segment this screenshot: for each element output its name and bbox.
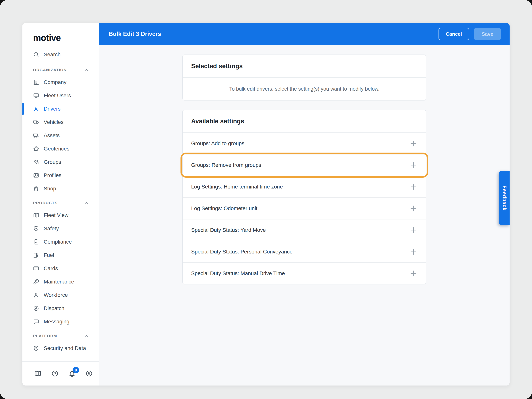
add-setting-button[interactable] (409, 226, 418, 234)
add-setting-button[interactable] (409, 204, 418, 213)
setting-row-yard-move: Special Duty Status: Yard Move (183, 219, 426, 241)
clipboard-check-icon (33, 239, 39, 245)
setting-row-groups-add: Groups: Add to groups (183, 133, 426, 154)
cancel-button[interactable]: Cancel (438, 28, 469, 40)
sidebar-item-workforce[interactable]: Workforce (22, 288, 99, 302)
sidebar-item-safety[interactable]: Safety (22, 222, 99, 235)
sidebar-item-label: Vehicles (44, 119, 63, 125)
setting-label: Special Duty Status: Manual Drive Time (191, 270, 285, 276)
sidebar-item-shop[interactable]: Shop (22, 182, 99, 195)
sidebar-item-label: Shop (44, 186, 56, 192)
page-title: Bulk Edit 3 Drivers (109, 31, 161, 38)
chat-bubble-icon (33, 319, 39, 325)
chevron-up-icon (84, 200, 89, 205)
sidebar-item-label: Security and Data (44, 345, 86, 351)
sidebar-item-label: Dispatch (44, 305, 64, 311)
setting-label: Log Settings: Home terminal time zone (191, 184, 283, 190)
setting-label: Groups: Remove from groups (191, 162, 261, 168)
sidebar-item-fuel[interactable]: Fuel (22, 248, 99, 262)
help-button[interactable] (51, 370, 58, 377)
geofence-icon (33, 146, 39, 152)
sidebar-item-dispatch[interactable]: Dispatch (22, 302, 99, 315)
question-circle-icon (51, 370, 58, 377)
sidebar-item-label: Cards (44, 266, 58, 272)
add-setting-button[interactable] (409, 139, 418, 148)
search-icon (33, 51, 39, 57)
sidebar-item-drivers[interactable]: Drivers (22, 102, 99, 115)
main-panel: Bulk Edit 3 Drivers Cancel Save Selected… (99, 23, 510, 386)
selected-settings-empty-message: To bulk edit drivers, select the setting… (183, 78, 426, 100)
add-setting-button[interactable] (409, 183, 418, 191)
sidebar-item-profiles[interactable]: Profiles (22, 169, 99, 182)
sidebar-item-groups[interactable]: Groups (22, 155, 99, 169)
setting-label: Groups: Add to groups (191, 140, 244, 146)
setting-row-personal-conveyance: Special Duty Status: Personal Conveyance (183, 241, 426, 262)
section-header-products[interactable]: PRODUCTS (22, 197, 99, 209)
setting-row-home-terminal-time-zone: Log Settings: Home terminal time zone (183, 176, 426, 197)
motive-logo: motive (33, 32, 99, 43)
sidebar-item-label: Workforce (44, 292, 68, 298)
id-card-icon (33, 172, 39, 178)
shield-lock-icon (33, 345, 39, 351)
sidebar-item-geofences[interactable]: Geofences (22, 142, 99, 155)
setting-label: Special Duty Status: Yard Move (191, 227, 266, 233)
sidebar-item-assets[interactable]: Assets (22, 129, 99, 142)
feedback-tab[interactable]: Feedback (499, 171, 510, 225)
plus-icon (409, 226, 418, 234)
save-button[interactable]: Save (474, 28, 501, 40)
sidebar-item-fleet-view[interactable]: Fleet View (22, 209, 99, 222)
search-label: Search (44, 51, 61, 57)
sidebar-item-cards[interactable]: Cards (22, 262, 99, 275)
setting-row-odometer-unit: Log Settings: Odometer unit (183, 197, 426, 219)
available-settings-card: Available settings Groups: Add to groups… (182, 110, 426, 285)
notifications-badge: 9 (73, 367, 79, 373)
trailer-icon (33, 133, 39, 139)
sidebar-item-maintenance[interactable]: Maintenance (22, 275, 99, 288)
compass-icon (33, 305, 39, 311)
sidebar-item-fleet-users[interactable]: Fleet Users (22, 89, 99, 102)
folded-map-icon (34, 370, 41, 377)
section-label: ORGANIZATION (33, 68, 67, 72)
sidebar-item-label: Fleet Users (44, 93, 71, 99)
shield-icon (33, 226, 39, 232)
sidebar-item-compliance[interactable]: Compliance (22, 235, 99, 248)
sidebar-footer: 9 (22, 361, 99, 386)
fuel-pump-icon (33, 252, 39, 258)
sidebar-item-vehicles[interactable]: Vehicles (22, 115, 99, 129)
sidebar-item-label: Assets (44, 133, 60, 139)
setting-row-manual-drive-time: Special Duty Status: Manual Drive Time (183, 262, 426, 284)
bulk-edit-header: Bulk Edit 3 Drivers Cancel Save (99, 23, 510, 45)
building-icon (33, 79, 39, 85)
available-settings-title: Available settings (183, 110, 426, 133)
sidebar-item-messaging[interactable]: Messaging (22, 315, 99, 328)
search-button[interactable]: Search (22, 48, 99, 61)
sidebar-item-security-and-data[interactable]: Security and Data (22, 342, 99, 355)
section-header-platform[interactable]: PLATFORM (22, 330, 99, 342)
plus-icon (409, 139, 418, 148)
sidebar-item-company[interactable]: Company (22, 76, 99, 89)
content-area: Selected settings To bulk edit drivers, … (99, 45, 510, 386)
credit-card-icon (33, 266, 39, 272)
add-setting-button[interactable] (409, 161, 418, 169)
account-button[interactable] (86, 370, 93, 377)
plus-icon (409, 183, 418, 191)
map-icon (33, 212, 39, 218)
plus-icon (409, 204, 418, 213)
whats-new-button[interactable] (34, 370, 41, 377)
sidebar-item-label: Safety (44, 226, 59, 232)
setting-label: Log Settings: Odometer unit (191, 205, 257, 211)
section-header-organization[interactable]: ORGANIZATION (22, 64, 99, 76)
sidebar-item-label: Messaging (44, 319, 69, 325)
sidebar-item-label: Maintenance (44, 279, 74, 285)
account-circle-icon (86, 370, 93, 377)
add-setting-button[interactable] (409, 247, 418, 256)
sidebar: motive Search ORGANIZATION Company Fleet… (22, 23, 99, 386)
person-icon (33, 292, 39, 298)
people-icon (33, 159, 39, 165)
sidebar-item-label: Geofences (44, 146, 69, 152)
notifications-button[interactable]: 9 (68, 370, 76, 377)
section-label: PLATFORM (33, 334, 57, 338)
monitor-icon (33, 93, 39, 99)
add-setting-button[interactable] (409, 269, 418, 278)
sidebar-item-label: Company (44, 79, 66, 85)
